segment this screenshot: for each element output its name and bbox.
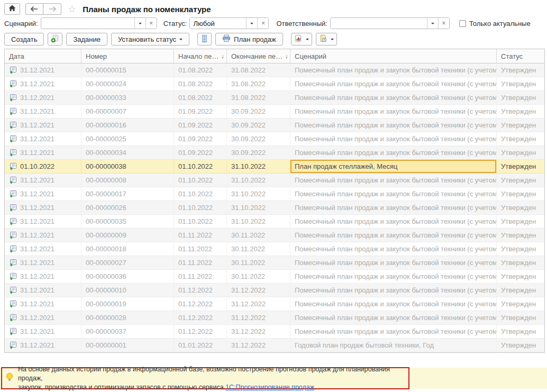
list-view-button[interactable]	[197, 33, 212, 45]
table-row[interactable]: 31.12.202100-0000002501.09.202230.09.202…	[5, 132, 544, 146]
table-row[interactable]: 31.12.202100-0000002801.12.202231.12.202…	[5, 311, 544, 325]
cell-status[interactable]: Утвержден	[497, 256, 544, 270]
cell-period-end[interactable]: 31.12.2022	[227, 284, 290, 297]
cell-scenario[interactable]: Помесячный план продаж и закупок бытовой…	[290, 325, 497, 339]
cell-scenario[interactable]: Помесячный план продаж и закупок бытовой…	[290, 105, 497, 118]
cell-number[interactable]: 00-00000024	[81, 77, 174, 91]
cell-period-end[interactable]: 30.11.2022	[227, 242, 290, 256]
cell-status[interactable]: Утвержден	[497, 311, 544, 325]
table-row[interactable]: 31.12.202100-0000002601.10.202231.10.202…	[5, 201, 544, 215]
cell-period-start[interactable]: 01.09.2022	[174, 146, 227, 160]
only-actual-checkbox[interactable]	[459, 20, 466, 27]
table-row[interactable]: 31.12.202100-0000001901.12.202231.12.202…	[5, 297, 544, 311]
cell-scenario[interactable]: Помесячный план продаж и закупок бытовой…	[290, 201, 497, 215]
schedule-menu-button[interactable]	[316, 33, 337, 45]
cell-scenario[interactable]: Помесячный план продаж и закупок бытовой…	[290, 242, 497, 256]
cell-period-start[interactable]: 01.11.2022	[174, 229, 227, 242]
cell-scenario[interactable]: Помесячный план продаж и закупок бытовой…	[290, 118, 497, 132]
cell-number[interactable]: 00-00000037	[81, 325, 174, 339]
cell-period-start[interactable]: 01.08.2022	[174, 91, 227, 105]
cell-status[interactable]: Утвержден	[497, 132, 544, 146]
cell-status[interactable]: Утвержден	[497, 77, 544, 91]
cell-period-end[interactable]: 31.12.2022	[227, 311, 290, 325]
cell-date[interactable]: 31.12.2021	[5, 201, 81, 215]
table-row[interactable]: 01.10.202200-0000003801.10.202231.10.202…	[5, 160, 544, 174]
responsible-input[interactable]	[331, 18, 427, 29]
table-row[interactable]: 31.12.202100-0000001801.11.202230.11.202…	[5, 242, 544, 256]
cell-number[interactable]: 00-00000001	[81, 339, 174, 352]
report-menu-button[interactable]	[291, 33, 312, 45]
cell-scenario[interactable]: План продаж стеллажей, Месяц	[290, 160, 497, 174]
cell-number[interactable]: 00-00000038	[81, 160, 174, 174]
cell-number[interactable]: 00-00000035	[81, 215, 174, 229]
cell-number[interactable]: 00-00000016	[81, 118, 174, 132]
cell-period-start[interactable]: 01.11.2022	[174, 242, 227, 256]
cell-status[interactable]: Утвержден	[497, 270, 544, 284]
cell-period-end[interactable]: 31.12.2022	[227, 297, 290, 311]
cell-number[interactable]: 00-00000008	[81, 174, 174, 187]
cell-date[interactable]: 31.12.2021	[5, 187, 81, 201]
column-header-scenario[interactable]: Сценарий	[290, 49, 497, 63]
create-copy-button[interactable]	[48, 33, 62, 45]
cell-scenario[interactable]: Помесячный план продаж и закупок бытовой…	[290, 187, 497, 201]
cell-period-start[interactable]: 01.11.2022	[174, 256, 227, 270]
cell-period-start[interactable]: 01.08.2022	[174, 77, 227, 91]
cell-period-start[interactable]: 01.10.2022	[174, 160, 227, 174]
cell-period-end[interactable]: 30.09.2022	[227, 105, 290, 118]
cell-number[interactable]: 00-00000009	[81, 229, 174, 242]
cell-period-start[interactable]: 01.09.2022	[174, 132, 227, 146]
cell-number[interactable]: 00-00000025	[81, 132, 174, 146]
cell-period-end[interactable]: 30.11.2022	[227, 229, 290, 242]
cell-period-start[interactable]: 01.10.2022	[174, 187, 227, 201]
status-dropdown-button[interactable]	[246, 18, 257, 29]
cell-period-end[interactable]: 31.10.2022	[227, 201, 290, 215]
column-header-date[interactable]: Дата	[5, 49, 81, 63]
table-row[interactable]: 31.12.202100-0000003601.11.202230.11.202…	[5, 270, 544, 284]
cell-number[interactable]: 00-00000026	[81, 201, 174, 215]
cell-date[interactable]: 31.12.2021	[5, 215, 81, 229]
cell-period-end[interactable]: 31.12.2022	[227, 325, 290, 339]
cell-period-end[interactable]: 30.11.2022	[227, 270, 290, 284]
status-input[interactable]	[190, 18, 246, 29]
cell-scenario[interactable]: Помесячный план продаж и закупок бытовой…	[290, 132, 497, 146]
cell-period-end[interactable]: 31.08.2022	[227, 77, 290, 91]
cell-period-end[interactable]: 31.10.2022	[227, 215, 290, 229]
cell-scenario[interactable]: Годовой план продаж бытовой техники, Год	[290, 339, 497, 352]
back-button[interactable]	[25, 3, 43, 15]
cell-period-start[interactable]: 01.11.2022	[174, 270, 227, 284]
cell-status[interactable]: Утвержден	[497, 284, 544, 297]
cell-date[interactable]: 31.12.2021	[5, 174, 81, 187]
set-status-button[interactable]: Установить статус	[111, 33, 189, 45]
table-row[interactable]: 31.12.202100-0000001601.09.202230.09.202…	[5, 118, 544, 132]
cell-period-start[interactable]: 01.12.2022	[174, 325, 227, 339]
cell-period-start[interactable]: 01.08.2022	[174, 63, 227, 77]
cell-number[interactable]: 00-00000033	[81, 91, 174, 105]
cell-period-end[interactable]: 31.08.2022	[227, 63, 290, 77]
table-row[interactable]: 31.12.202100-0000003501.10.202231.10.202…	[5, 215, 544, 229]
cell-period-start[interactable]: 01.09.2022	[174, 118, 227, 132]
cell-status[interactable]: Утвержден	[497, 229, 544, 242]
cell-number[interactable]: 00-00000028	[81, 311, 174, 325]
cell-period-start[interactable]: 01.12.2022	[174, 284, 227, 297]
cell-date[interactable]: 31.12.2021	[5, 339, 81, 352]
table-row[interactable]: 31.12.202100-0000000801.10.202231.10.202…	[5, 174, 544, 187]
cell-date[interactable]: 31.12.2021	[5, 325, 81, 339]
cell-status[interactable]: Утвержден	[497, 325, 544, 339]
cell-date[interactable]: 31.12.2021	[5, 77, 81, 91]
cell-scenario[interactable]: Помесячный план продаж и закупок бытовой…	[290, 146, 497, 160]
cell-scenario[interactable]: Помесячный план продаж и закупок бытовой…	[290, 91, 497, 105]
cell-number[interactable]: 00-00000007	[81, 105, 174, 118]
cell-date[interactable]: 31.12.2021	[5, 256, 81, 270]
cell-period-start[interactable]: 01.12.2022	[174, 311, 227, 325]
cell-status[interactable]: Утвержден	[497, 297, 544, 311]
cell-period-end[interactable]: 31.10.2022	[227, 160, 290, 174]
cell-number[interactable]: 00-00000010	[81, 284, 174, 297]
cell-number[interactable]: 00-00000034	[81, 146, 174, 160]
cell-scenario[interactable]: Помесячный план продаж и закупок бытовой…	[290, 284, 497, 297]
table-row[interactable]: 31.12.202100-0000003401.09.202230.09.202…	[5, 146, 544, 160]
cell-number[interactable]: 00-00000019	[81, 297, 174, 311]
cell-date[interactable]: 31.12.2021	[5, 242, 81, 256]
cell-scenario[interactable]: Помесячный план продаж и закупок бытовой…	[290, 297, 497, 311]
cell-date[interactable]: 31.12.2021	[5, 297, 81, 311]
column-header-status[interactable]: Статус	[497, 49, 544, 63]
